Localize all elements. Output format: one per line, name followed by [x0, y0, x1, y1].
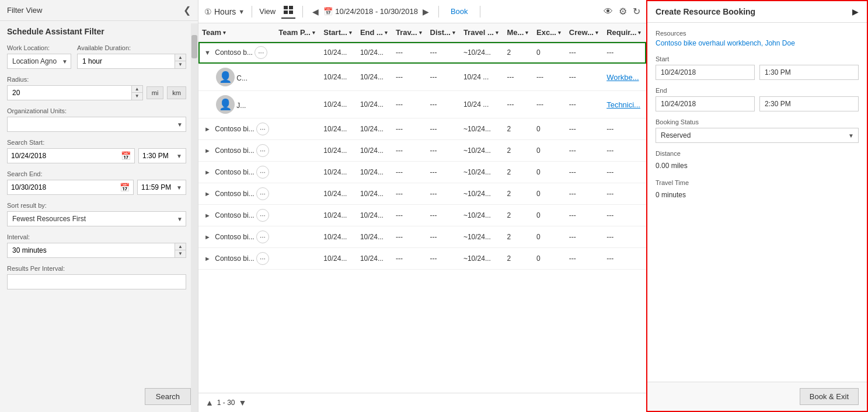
table-row[interactable]: ► Contoso bi... ··· 10/24...10/24...----… — [198, 226, 646, 248]
sort-result-select[interactable]: Fewest Resources First — [7, 211, 186, 226]
search-end-date-input[interactable] — [8, 180, 116, 194]
sort-result-field: Sort result by: Fewest Resources First ▼ — [7, 202, 186, 226]
col-end[interactable]: End ... ▾ — [357, 23, 392, 42]
row-more-btn[interactable]: ··· — [256, 123, 269, 135]
table-row[interactable]: ► Contoso bi... ··· 10/24...10/24...----… — [198, 183, 646, 205]
left-panel-scrollbar[interactable] — [191, 23, 198, 412]
search-end-time-select[interactable]: 11:59 PM — [138, 180, 186, 194]
nav-next-btn[interactable]: ▶ — [420, 6, 431, 18]
table-row[interactable]: 👤 C... 10/24... 10/24... --- --- 10/24 .… — [198, 64, 646, 91]
col-exc[interactable]: Exc... ▾ — [533, 23, 566, 42]
interval-input[interactable] — [8, 243, 175, 257]
eye-icon-btn[interactable]: 👁 — [604, 6, 613, 17]
col-crew[interactable]: Crew... ▾ — [566, 23, 603, 42]
rp-booking-status-field: Booking Status Reserved Committed Propos… — [656, 118, 859, 143]
rp-resources-value: Contoso bike overhaul workbench, John Do… — [656, 39, 859, 47]
expand-row-btn[interactable]: ► — [202, 233, 213, 240]
main-area: ① Hours ▼ View ◀ 📅 10/24/2018 - 10/30/20… — [198, 0, 646, 412]
expand-right-panel-btn[interactable]: ▶ — [852, 7, 859, 16]
expand-row-btn[interactable]: ► — [202, 212, 213, 219]
search-start-calendar-icon[interactable]: 📅 — [117, 151, 134, 160]
radius-down-btn[interactable]: ▼ — [132, 93, 142, 100]
rp-travel-time-value: 0 minutes — [656, 188, 859, 201]
svg-rect-3 — [289, 11, 293, 14]
col-travel-time[interactable]: Travel ... ▾ — [460, 23, 504, 42]
search-end-calendar-icon[interactable]: 📅 — [116, 183, 133, 192]
hours-dropdown-btn[interactable]: ▼ — [238, 8, 245, 15]
row-more-btn[interactable]: ··· — [256, 252, 269, 265]
rp-end-date-input[interactable] — [656, 96, 755, 111]
rp-booking-status-wrap: Reserved Committed Proposed Cancelled ▼ — [656, 128, 859, 143]
col-trav[interactable]: Trav... ▾ — [392, 23, 427, 42]
rp-end-time-input[interactable] — [759, 96, 859, 111]
rp-resources-field: Resources Contoso bike overhaul workbenc… — [656, 30, 859, 47]
available-duration-spinner: ▲ ▼ — [77, 54, 186, 69]
search-start-time-select[interactable]: 1:30 PM — [139, 149, 186, 163]
rp-booking-status-select[interactable]: Reserved Committed Proposed Cancelled — [656, 128, 859, 143]
table-row[interactable]: 👤 J... 10/24... 10/24... --- --- 10/24 .… — [198, 91, 646, 118]
unit-km-btn[interactable]: km — [167, 86, 186, 99]
col-me[interactable]: Me... ▾ — [503, 23, 533, 42]
table-row[interactable]: ► Contoso bi... ··· 10/24...10/24...----… — [198, 118, 646, 140]
col-team[interactable]: Team ▾ — [198, 23, 275, 42]
page-prev-btn[interactable]: ▲ — [205, 398, 214, 407]
work-location-select[interactable]: Location Agnostic — [7, 54, 71, 69]
row-more-btn[interactable]: ··· — [256, 166, 269, 179]
technici-link[interactable]: Technici... — [606, 100, 640, 109]
rp-end-field: End — [656, 87, 859, 111]
expand-row-btn[interactable]: ► — [202, 125, 213, 132]
expand-row-btn[interactable]: ► — [202, 147, 213, 154]
search-start-date-input[interactable] — [8, 149, 117, 163]
results-per-interval-input[interactable] — [7, 274, 186, 289]
collapse-panel-button[interactable]: ❮ — [183, 5, 191, 16]
interval-down-btn[interactable]: ▼ — [175, 250, 186, 257]
date-range-btn[interactable]: 📅 10/24/2018 - 10/30/2018 — [323, 7, 418, 16]
unit-mi-btn[interactable]: mi — [147, 86, 164, 99]
view-grid-btn[interactable] — [281, 5, 295, 19]
col-team-p[interactable]: Team P... ▾ — [275, 23, 320, 42]
settings-icon-btn[interactable]: ⚙ — [619, 6, 627, 17]
expand-row-btn[interactable]: ► — [202, 255, 213, 262]
filter-view-header: Filter View ❮ — [0, 0, 198, 21]
expand-row-btn[interactable]: ► — [202, 190, 213, 197]
available-duration-down-btn[interactable]: ▼ — [175, 61, 186, 68]
table-row[interactable]: ► Contoso bi... ··· 10/24...10/24...----… — [198, 162, 646, 183]
col-start[interactable]: Start... ▾ — [320, 23, 357, 42]
workbench-link[interactable]: Workbe... — [606, 73, 639, 82]
available-duration-input[interactable] — [78, 54, 175, 68]
results-per-interval-field: Results Per Interval: — [7, 265, 186, 289]
row-more-btn[interactable]: ··· — [256, 209, 269, 222]
right-panel-title: Create Resource Booking — [656, 7, 755, 16]
radius-up-btn[interactable]: ▲ — [132, 86, 142, 93]
interval-up-btn[interactable]: ▲ — [175, 243, 186, 250]
row-more-btn[interactable]: ··· — [255, 46, 267, 59]
calendar-nav-icon: 📅 — [323, 7, 333, 16]
search-start-field: Search Start: 📅 1:30 PM ▼ — [7, 139, 186, 163]
table-row[interactable]: ► Contoso bi... ··· 10/24...10/24...----… — [198, 140, 646, 162]
refresh-icon-btn[interactable]: ↻ — [633, 6, 640, 17]
search-button[interactable]: Search — [145, 388, 191, 405]
row-more-btn[interactable]: ··· — [256, 231, 269, 243]
table-row[interactable]: ► Contoso bi... ··· 10/24...10/24...----… — [198, 248, 646, 270]
table-area: Team ▾ Team P... ▾ Start... ▾ End ... ▾ … — [198, 23, 646, 393]
col-dist[interactable]: Dist... ▾ — [427, 23, 460, 42]
rp-start-time-input[interactable] — [759, 65, 859, 80]
table-row[interactable]: ► Contoso bi... ··· 10/24...10/24...----… — [198, 205, 646, 226]
nav-prev-btn[interactable]: ◀ — [310, 6, 321, 18]
book-exit-button[interactable]: Book & Exit — [800, 388, 859, 405]
org-units-select[interactable] — [7, 117, 186, 132]
expand-row-btn[interactable]: ▼ — [202, 49, 213, 56]
page-next-btn[interactable]: ▼ — [239, 398, 247, 407]
expand-row-btn[interactable]: ► — [202, 169, 213, 176]
hours-label: Hours — [214, 7, 236, 16]
available-duration-up-btn[interactable]: ▲ — [175, 54, 186, 61]
row-team-cell: ▼ Contoso b... ··· — [198, 42, 275, 64]
book-button[interactable]: Book — [446, 5, 473, 18]
col-req[interactable]: Requir... ▾ — [603, 23, 646, 42]
interval-spinner: ▲ ▼ — [7, 243, 186, 258]
radius-input[interactable] — [8, 86, 131, 100]
row-more-btn[interactable]: ··· — [256, 144, 269, 157]
row-more-btn[interactable]: ··· — [256, 187, 269, 200]
table-row[interactable]: ▼ Contoso b... ··· 10/24... 10/24... ---… — [198, 42, 646, 64]
rp-start-date-input[interactable] — [656, 65, 755, 80]
